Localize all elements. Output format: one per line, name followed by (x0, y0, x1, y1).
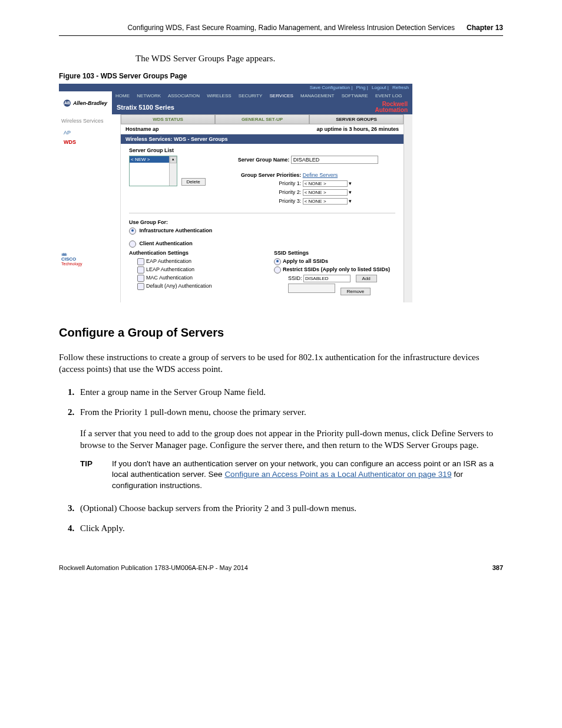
dropdown-icon[interactable]: ▾ (349, 180, 352, 186)
group-priorities-label: Group Server Priorities: (224, 172, 301, 178)
step-4: Click Apply. (77, 522, 503, 534)
tab-management[interactable]: MANAGEMENT (300, 93, 334, 98)
tab-services[interactable]: SERVICES (270, 93, 293, 98)
server-group-listbox[interactable]: < NEW > ▴ (129, 156, 177, 186)
infra-auth-radio[interactable] (129, 228, 136, 235)
brand-allen-bradley: AB Allen-Bradley (59, 91, 112, 114)
section-heading: Configure a Group of Servers (59, 326, 503, 340)
link-logout[interactable]: Logout (372, 85, 386, 90)
use-group-for-label: Use Group For: (129, 219, 395, 225)
ss-vertical-scrollbar[interactable] (404, 114, 412, 302)
dropdown-icon[interactable]: ▾ (349, 189, 352, 195)
step-2: From the Priority 1 pull-down menu, choo… (77, 406, 503, 492)
header-title: Configuring WDS, Fast Secure Roaming, Ra… (127, 24, 455, 32)
auth-settings-header: Authentication Settings (129, 250, 250, 256)
apply-all-ssids-radio[interactable] (274, 258, 281, 265)
ss-main-tabs: HOME NETWORK ASSOCIATION WIRELESS SECURI… (112, 91, 412, 100)
brand-rockwell: Rockwell Automation (370, 100, 412, 114)
tab-software[interactable]: SOFTWARE (342, 93, 368, 98)
uptime-text: ap uptime is 3 hours, 26 minutes (316, 126, 399, 132)
ssid-label: SSID: (288, 275, 302, 281)
cisco-logo: ıılıılıı CISCO Technology (61, 252, 118, 266)
tab-home[interactable]: HOME (115, 93, 130, 98)
figure-caption: Figure 103 - WDS Server Groups Page (59, 72, 503, 80)
subtab-server-groups[interactable]: SERVER GROUPS (309, 114, 404, 124)
tab-network[interactable]: NETWORK (137, 93, 161, 98)
default-auth-label: Default (Any) Authentication (146, 283, 212, 289)
listbox-scrollbar[interactable]: ▴ (169, 156, 177, 186)
eap-auth-label: EAP Authentication (146, 258, 191, 264)
client-auth-radio[interactable] (129, 241, 136, 248)
page-footer: Rockwell Automation Publication 1783-UM0… (59, 564, 503, 571)
link-save-config[interactable]: Save Configuration (310, 85, 350, 90)
brand-rockwell-2: Automation (375, 107, 408, 113)
group-name-input[interactable]: DISABLED (291, 156, 378, 164)
subtab-general-setup[interactable]: GENERAL SET-UP (215, 114, 309, 124)
ab-logo-icon: AB (64, 100, 71, 107)
section-intro-para: Follow these instructions to create a gr… (59, 351, 503, 375)
tab-association[interactable]: ASSOCIATION (168, 93, 200, 98)
footer-page-number: 387 (492, 564, 503, 571)
delete-button[interactable]: Delete (181, 178, 206, 186)
step-3-text: (Optional) Choose backup servers from th… (80, 503, 356, 513)
tab-wireless[interactable]: WIRELESS (207, 93, 231, 98)
ss-top-links: Save Configuration | Ping | Logout | Ref… (59, 84, 412, 91)
leap-auth-label: LEAP Authentication (146, 266, 194, 272)
ssid-settings-header: SSID Settings (274, 250, 395, 256)
brand-left-text: Allen-Bradley (73, 100, 107, 106)
define-servers-link[interactable]: Define Servers (303, 172, 338, 178)
intro-text: The WDS Server Groups Page appears. (135, 54, 503, 64)
ssid-listbox[interactable] (288, 284, 335, 293)
remove-button[interactable]: Remove (340, 288, 371, 295)
footer-publication: Rockwell Automation Publication 1783-UM0… (59, 564, 248, 571)
mac-auth-label: MAC Authentication (146, 275, 193, 281)
link-refresh[interactable]: Refresh (392, 85, 409, 90)
priority3-label: Priority 3: (224, 198, 301, 204)
mac-auth-check[interactable] (137, 275, 144, 282)
steps-list: Enter a group name in the Server Group N… (77, 386, 503, 535)
apply-all-ssids-label: Apply to all SSIDs (283, 258, 328, 264)
wds-screenshot: Save Configuration | Ping | Logout | Ref… (59, 84, 412, 302)
step-2-sub: If a server that you need to add to the … (80, 427, 503, 452)
add-button[interactable]: Add (356, 275, 377, 282)
priority1-label: Priority 1: (224, 180, 301, 186)
tab-security[interactable]: SECURITY (239, 93, 262, 98)
priority1-select[interactable]: < NONE > (303, 180, 348, 187)
ss-main-panel: WDS STATUS GENERAL SET-UP SERVER GROUPS … (121, 114, 404, 302)
step-3: (Optional) Choose backup servers from th… (77, 502, 503, 514)
dropdown-icon[interactable]: ▾ (349, 198, 352, 204)
server-group-list-label: Server Group List (129, 147, 395, 153)
infra-auth-label: Infrastructure Authentication (140, 228, 213, 233)
ssid-input[interactable]: DISABLED (303, 275, 351, 282)
step-4-text: Click Apply. (80, 523, 125, 533)
sidebar-item-wds[interactable]: WDS (61, 138, 118, 146)
tip-label: TIP (80, 459, 101, 492)
step-1: Enter a group name in the Server Group N… (77, 386, 503, 398)
tip-block: TIP If you don't have an authentication … (80, 459, 503, 492)
tip-body: If you don't have an authentication serv… (112, 459, 503, 492)
priority2-label: Priority 2: (224, 189, 301, 195)
product-title: Stratix 5100 Series (112, 101, 370, 113)
restrict-ssids-label: Restrict SSIDs (Apply only to listed SSI… (283, 266, 390, 272)
link-ping[interactable]: Ping (356, 85, 365, 90)
section-header: Wireless Services: WDS - Server Groups (121, 134, 404, 144)
default-auth-check[interactable] (137, 283, 144, 290)
step-2-text: From the Priority 1 pull-down menu, choo… (80, 407, 306, 417)
chapter-label: Chapter 13 (467, 24, 503, 32)
tip-link[interactable]: Configure an Access Point as a Local Aut… (224, 470, 451, 479)
step-1-text: Enter a group name in the Server Group N… (80, 387, 266, 397)
page-header: Configuring WDS, Fast Secure Roaming, Ra… (59, 24, 503, 36)
ss-sidebar: Wireless Services AP WDS ıılıılıı CISCO … (59, 114, 121, 302)
leap-auth-check[interactable] (137, 266, 144, 274)
sidebar-item-ap[interactable]: AP (61, 129, 118, 137)
scroll-up-icon[interactable]: ▴ (170, 156, 177, 163)
priority3-select[interactable]: < NONE > (303, 198, 348, 205)
priority2-select[interactable]: < NONE > (303, 189, 348, 196)
subtab-wds-status[interactable]: WDS STATUS (121, 114, 215, 124)
hostname-label: Hostname ap (125, 126, 159, 132)
tab-event-log[interactable]: EVENT LOG (375, 93, 402, 98)
eap-auth-check[interactable] (137, 258, 144, 265)
group-name-label: Server Group Name: (224, 157, 289, 163)
restrict-ssids-radio[interactable] (274, 266, 281, 274)
sidebar-section: Wireless Services (61, 118, 118, 124)
